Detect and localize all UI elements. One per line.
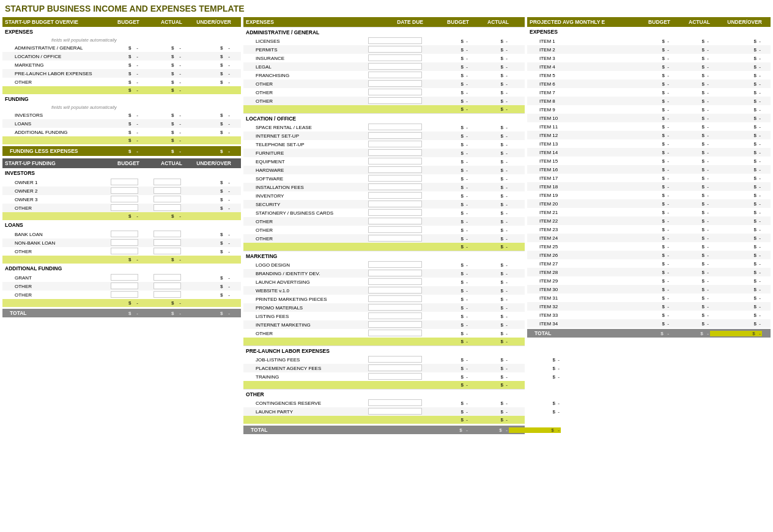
investor-other-budget-input[interactable] xyxy=(111,204,138,211)
table-row: ITEM 4 $ - $ - $ - xyxy=(527,62,771,71)
table-row: OTHER $ - $ - $ - xyxy=(243,234,525,243)
space-rental-date-input[interactable] xyxy=(368,124,422,130)
expenses-header: EXPENSES DATE DUE BUDGET ACTUAL UNDER/OV… xyxy=(243,17,525,27)
launch-party-date-input[interactable] xyxy=(368,408,422,415)
branding-date-input[interactable] xyxy=(368,270,422,276)
owner1-budget-input[interactable] xyxy=(111,179,138,185)
loc-other2-date-input[interactable] xyxy=(368,226,422,233)
licenses-date-input[interactable] xyxy=(368,37,422,44)
listing-date-input[interactable] xyxy=(368,312,422,319)
table-row: EQUIPMENT $ - $ - $ - xyxy=(243,157,525,166)
table-row: SPACE RENTAL / LEASE $ - $ - $ - xyxy=(243,123,525,131)
overview-header: START-UP BUDGET OVERVIE BUDGET ACTUAL UN… xyxy=(2,17,241,27)
overview-budget-header: BUDGET xyxy=(97,19,139,25)
admin-other3-date-input[interactable] xyxy=(368,97,422,104)
table-row: LEGAL $ - $ - $ - xyxy=(243,62,525,71)
table-row: OTHER $ - $ - $ - xyxy=(243,217,525,226)
table-row: ITEM 23 $ - $ - $ - xyxy=(527,225,771,234)
printed-mkt-date-input[interactable] xyxy=(368,295,422,302)
startup-funding-header: START-UP FUNDING BUDGET ACTUAL UNDER/OVE… xyxy=(2,158,241,168)
table-row: ITEM 1 $ - $ - $ - xyxy=(527,37,771,45)
table-row: LAUNCH PARTY $ - $ - $ - xyxy=(243,407,525,416)
table-row: BRANDING / IDENTITY DEV. $ - $ - $ - xyxy=(243,269,525,278)
owner2-actual-input[interactable] xyxy=(153,187,181,194)
table-row: ITEM 9 $ - $ - $ - xyxy=(527,105,771,114)
bank-loan-actual-input[interactable] xyxy=(153,231,181,237)
grant-actual-input[interactable] xyxy=(153,274,181,281)
table-row: ITEM 15 $ - $ - $ - xyxy=(527,157,771,165)
installation-date-input[interactable] xyxy=(368,183,422,190)
internet-setup-date-input[interactable] xyxy=(368,132,422,139)
table-row: STATIONERY / BUSINESS CARDS $ - $ - $ - xyxy=(243,209,525,217)
placement-date-input[interactable] xyxy=(368,364,422,371)
expenses-title: EXPENSES xyxy=(246,19,365,25)
nonbank-loan-budget-input[interactable] xyxy=(111,239,138,246)
table-row: ITEM 34 $ - $ - $ - xyxy=(527,319,771,328)
table-row: ITEM 32 $ - $ - $ - xyxy=(527,302,771,311)
table-row: ITEM 25 $ - $ - $ - xyxy=(527,242,771,251)
owner1-actual-input[interactable] xyxy=(153,179,181,185)
table-row: ITEM 7 $ - $ - $ - xyxy=(527,88,771,97)
dollar-sign: $ xyxy=(128,45,131,51)
training-date-input[interactable] xyxy=(368,373,422,380)
column1: START-UP BUDGET OVERVIE BUDGET ACTUAL UN… xyxy=(2,17,241,319)
inventory-date-input[interactable] xyxy=(368,192,422,199)
table-row: OWNER 1 $ - xyxy=(2,178,241,187)
add-other2-actual-input[interactable] xyxy=(153,291,181,298)
overview-expenses-label: EXPENSES xyxy=(2,27,241,37)
furniture-date-input[interactable] xyxy=(368,149,422,156)
internet-mkt-date-input[interactable] xyxy=(368,321,422,328)
table-row: OTHER $ - $ - $ - xyxy=(243,88,525,97)
table-row: OTHER $ - xyxy=(2,204,241,212)
grant-budget-input[interactable] xyxy=(111,274,138,281)
launch-adv-date-input[interactable] xyxy=(368,278,422,285)
projected-expenses-label: EXPENSES xyxy=(527,27,771,37)
table-row: ITEM 30 $ - $ - $ - xyxy=(527,285,771,294)
logo-date-input[interactable] xyxy=(368,261,422,268)
investor-other-actual-input[interactable] xyxy=(153,204,181,211)
owner3-budget-input[interactable] xyxy=(111,196,138,202)
mkt-other-date-input[interactable] xyxy=(368,330,422,336)
additional-subtotal: $ - $ - xyxy=(2,299,241,307)
equipment-date-input[interactable] xyxy=(368,158,422,164)
loan-other-budget-input[interactable] xyxy=(111,248,138,254)
owner2-budget-input[interactable] xyxy=(111,187,138,194)
owner3-actual-input[interactable] xyxy=(153,196,181,202)
admin-other2-date-input[interactable] xyxy=(368,89,422,95)
other-subtotal: $ - $ - xyxy=(243,416,525,424)
admin-subtotal: $ - $ - xyxy=(243,105,525,113)
add-other1-actual-input[interactable] xyxy=(153,283,181,289)
stationery-date-input[interactable] xyxy=(368,209,422,216)
overview-underover-header: UNDER/OVER xyxy=(182,19,231,25)
table-row: ADDITIONAL FUNDING $ - $ - $ - xyxy=(2,128,241,136)
nonbank-loan-actual-input[interactable] xyxy=(153,239,181,246)
expenses-total-row: TOTAL $ - $ - $ - xyxy=(243,426,525,434)
insurance-date-input[interactable] xyxy=(368,54,422,61)
franchising-date-input[interactable] xyxy=(368,72,422,78)
software-date-input[interactable] xyxy=(368,175,422,182)
promo-date-input[interactable] xyxy=(368,304,422,311)
joblisting-date-input[interactable] xyxy=(368,356,422,363)
table-row: INSURANCE $ - $ - $ - xyxy=(243,54,525,62)
loc-other1-date-input[interactable] xyxy=(368,218,422,224)
add-other2-budget-input[interactable] xyxy=(111,291,138,298)
table-row: MARKETING $ - $ - $ - xyxy=(2,61,241,69)
add-other1-budget-input[interactable] xyxy=(111,283,138,289)
loc-other3-date-input[interactable] xyxy=(368,235,422,242)
contingencies-date-input[interactable] xyxy=(368,399,422,406)
loan-other-actual-input[interactable] xyxy=(153,248,181,254)
legal-date-input[interactable] xyxy=(368,63,422,70)
security-date-input[interactable] xyxy=(368,201,422,207)
total-row: TOTAL $ - $ - $ - xyxy=(2,309,241,317)
website-date-input[interactable] xyxy=(368,287,422,294)
telephone-setup-date-input[interactable] xyxy=(368,141,422,147)
table-row: FURNITURE $ - $ - $ - xyxy=(243,149,525,157)
table-row: CONTINGENCIES RESERVE $ - $ - $ - xyxy=(243,399,525,407)
permits-date-input[interactable] xyxy=(368,46,422,53)
admin-other1-date-input[interactable] xyxy=(368,80,422,87)
hardware-date-input[interactable] xyxy=(368,166,422,173)
bank-loan-budget-input[interactable] xyxy=(111,231,138,237)
overview-funding-label: FUNDING xyxy=(2,94,241,104)
marketing-label: MARKETING xyxy=(243,251,525,260)
table-row: ITEM 6 $ - $ - $ - xyxy=(527,79,771,88)
